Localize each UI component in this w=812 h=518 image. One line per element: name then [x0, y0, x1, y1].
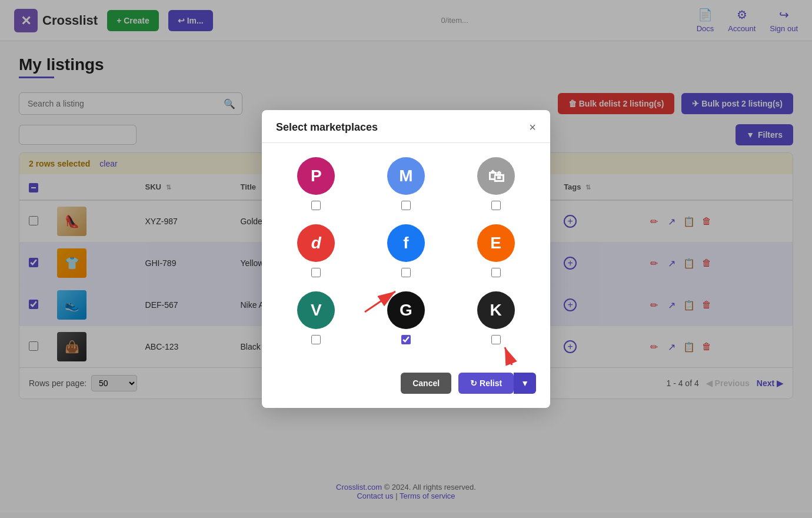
relist-button-group: ↻ Relist ▼ — [458, 373, 536, 394]
kidizen-logo: K — [477, 291, 515, 329]
modal-footer: Cancel ↻ Relist ▼ — [262, 373, 550, 408]
cancel-button[interactable]: Cancel — [401, 373, 451, 394]
marketplace-item-google: 🛍 — [455, 157, 536, 210]
etsy-logo: E — [477, 224, 515, 262]
poshmark-checkbox[interactable] — [311, 201, 321, 210]
vestiaire-logo: V — [297, 291, 335, 329]
marketplace-item-depop: d — [276, 224, 357, 277]
marketplace-item-kidizen: K — [455, 291, 536, 344]
marketplace-item-poshmark: P — [276, 157, 357, 210]
marketplace-item-grailed: G — [366, 291, 447, 344]
mercari-logo: M — [387, 157, 425, 195]
vestiaire-checkbox[interactable] — [311, 335, 321, 344]
relist-dropdown-button[interactable]: ▼ — [514, 373, 536, 394]
marketplace-grid: P M 🛍 d — [276, 157, 536, 344]
modal-body: P M 🛍 d — [262, 143, 550, 373]
modal-header: Select marketplaces × — [262, 110, 550, 143]
grailed-checkbox[interactable] — [401, 335, 411, 344]
relist-button[interactable]: ↻ Relist — [458, 373, 514, 394]
marketplace-item-etsy: E — [455, 224, 536, 277]
select-marketplaces-modal: Select marketplaces × P M 🛍 — [262, 110, 550, 408]
etsy-checkbox[interactable] — [491, 268, 501, 277]
marketplace-item-facebook: f — [366, 224, 447, 277]
kidizen-checkbox[interactable] — [491, 335, 501, 344]
modal-overlay[interactable]: Select marketplaces × P M 🛍 — [0, 0, 812, 512]
marketplace-item-mercari: M — [366, 157, 447, 210]
google-checkbox[interactable] — [491, 201, 501, 210]
grailed-logo: G — [387, 291, 425, 329]
marketplace-item-vestiaire: V — [276, 291, 357, 344]
modal-close-button[interactable]: × — [529, 121, 536, 134]
facebook-logo: f — [387, 224, 425, 262]
modal-title: Select marketplaces — [276, 121, 378, 134]
facebook-checkbox[interactable] — [401, 268, 411, 277]
google-logo: 🛍 — [477, 157, 515, 195]
depop-logo: d — [297, 224, 335, 262]
poshmark-logo: P — [297, 157, 335, 195]
depop-checkbox[interactable] — [311, 268, 321, 277]
mercari-checkbox[interactable] — [401, 201, 411, 210]
